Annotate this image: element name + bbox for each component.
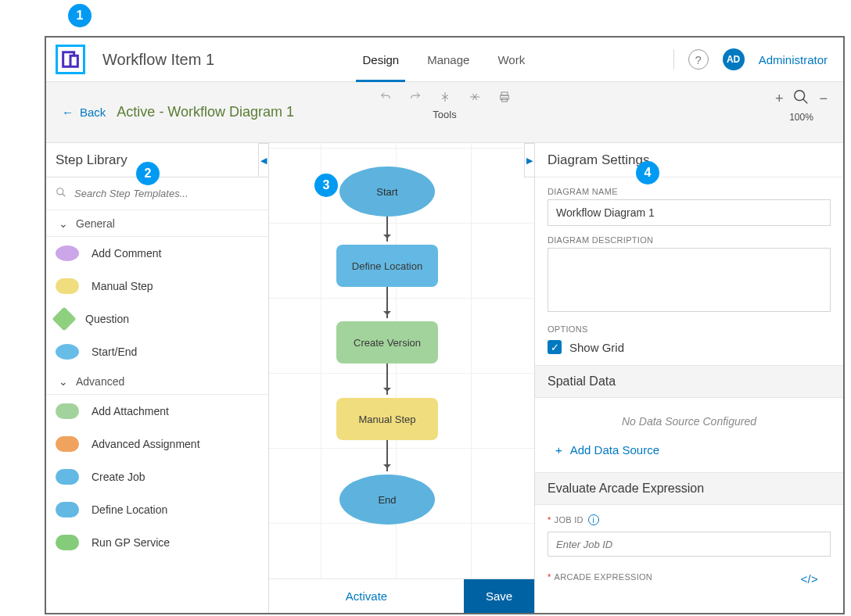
job-id-input[interactable] [548, 532, 831, 557]
info-icon[interactable]: i [588, 514, 599, 525]
plus-icon: + [555, 443, 562, 457]
tools-label: Tools [379, 109, 512, 120]
step-library-panel: Step Library ◀ ⌄ General Add Comment Man… [46, 143, 269, 613]
zoom-out-button[interactable]: − [819, 91, 828, 106]
step-label: Manual Step [92, 280, 153, 292]
label-diagram-name: DIAGRAM NAME [548, 187, 831, 196]
redo-icon[interactable] [408, 90, 422, 104]
node-manual-step[interactable]: Manual Step [336, 398, 438, 440]
step-library-title: Step Library [56, 152, 127, 168]
svg-point-3 [795, 91, 805, 101]
tab-design[interactable]: Design [348, 38, 413, 82]
step-label: Advanced Assignment [92, 438, 200, 450]
step-label: Define Location [92, 503, 167, 516]
arrow [386, 440, 388, 471]
node-end[interactable]: End [339, 475, 435, 525]
step-question[interactable]: Question [46, 303, 268, 335]
show-grid-checkbox[interactable]: ✓ [548, 340, 562, 354]
save-button[interactable]: Save [464, 579, 534, 613]
node-create-version[interactable]: Create Version [336, 321, 438, 364]
rect-icon [56, 278, 79, 294]
category-general[interactable]: ⌄ General [46, 210, 268, 237]
node-define-location[interactable]: Define Location [336, 245, 438, 287]
tab-manage[interactable]: Manage [413, 38, 483, 82]
step-add-attachment[interactable]: Add Attachment [46, 395, 268, 428]
required-icon: * [548, 515, 551, 525]
annotation-1: 1 [68, 4, 92, 27]
node-start[interactable]: Start [339, 167, 435, 217]
svg-rect-0 [501, 92, 508, 95]
arrow [386, 217, 388, 242]
rect-icon [56, 502, 79, 518]
back-button[interactable]: ← Back [62, 106, 106, 119]
rect-icon [56, 469, 79, 485]
zoom-controls: + − 100% [775, 88, 828, 123]
diamond-icon [52, 306, 76, 331]
annotation-4: 4 [636, 161, 659, 184]
diagram-description-input[interactable] [548, 248, 831, 312]
step-advanced-assignment[interactable]: Advanced Assignment [46, 428, 268, 460]
zoom-in-button[interactable]: + [775, 91, 784, 106]
svg-point-4 [57, 188, 63, 194]
diagram-name-input[interactable] [548, 199, 831, 226]
collapse-left-icon[interactable]: ◀ [258, 143, 269, 177]
tab-work[interactable]: Work [483, 38, 539, 82]
label-arcade-expression: *ARCADE EXPRESSION </> [548, 572, 831, 582]
diagram-status-title: Active - Workflow Diagram 1 [117, 104, 294, 120]
ellipse-icon [56, 245, 79, 261]
category-label: General [76, 217, 115, 230]
zoom-value: 100% [775, 112, 828, 123]
rect-icon [56, 535, 79, 550]
tools-group: Tools [379, 90, 512, 120]
label-diagram-description: DIAGRAM DESCRIPTION [548, 235, 831, 245]
search-icon [56, 187, 66, 201]
back-label: Back [80, 106, 106, 119]
category-advanced[interactable]: ⌄ Advanced [46, 368, 268, 395]
canvas-panel: ▶ Start Define Location Create Version M… [269, 143, 534, 613]
undo-icon[interactable] [379, 90, 393, 104]
diagram-canvas[interactable]: ▶ Start Define Location Create Version M… [269, 143, 534, 578]
step-create-job[interactable]: Create Job [46, 460, 268, 493]
rect-icon [56, 403, 79, 419]
search-input[interactable] [74, 188, 259, 199]
print-icon[interactable] [497, 90, 512, 104]
align-vertical-icon[interactable] [468, 90, 482, 104]
page-title: Workflow Item 1 [102, 51, 214, 69]
arcade-expr-text: ARCADE EXPRESSION [555, 572, 653, 582]
section-arcade: Evaluate Arcade Expression [535, 472, 843, 505]
activate-button[interactable]: Activate [269, 579, 464, 613]
step-add-comment[interactable]: Add Comment [46, 237, 268, 270]
arrow [386, 287, 388, 318]
step-start-end[interactable]: Start/End [46, 335, 268, 368]
step-label: Add Attachment [92, 405, 169, 417]
arrow [386, 364, 388, 395]
user-name[interactable]: Administrator [759, 53, 828, 66]
divider [673, 49, 674, 70]
avatar[interactable]: AD [723, 48, 745, 70]
ellipse-icon [56, 344, 79, 360]
section-spatial-data: Spatial Data [535, 365, 843, 398]
annotation-2: 2 [136, 162, 160, 185]
collapse-right-icon[interactable]: ▶ [524, 143, 535, 177]
magnifier-icon[interactable] [792, 88, 810, 109]
label-job-id: *JOB IDi [548, 514, 831, 525]
align-horizontal-icon[interactable] [438, 90, 452, 104]
canvas-footer: Activate Save [269, 578, 534, 613]
no-data-source-text: No Data Source Configured [535, 398, 843, 435]
label-options: OPTIONS [548, 324, 831, 334]
chevron-down-icon: ⌄ [59, 217, 68, 230]
code-icon[interactable]: </> [800, 572, 818, 586]
arrow-left-icon: ← [62, 106, 74, 119]
step-manual-step[interactable]: Manual Step [46, 270, 268, 303]
step-define-location[interactable]: Define Location [46, 493, 268, 526]
help-icon[interactable]: ? [688, 49, 709, 70]
annotation-3: 3 [314, 174, 338, 197]
add-data-source-label: Add Data Source [570, 443, 659, 457]
add-data-source-button[interactable]: + Add Data Source [535, 435, 843, 472]
jobid-text: JOB ID [555, 515, 583, 525]
step-label: Create Job [92, 471, 145, 483]
step-label: Start/End [92, 346, 137, 358]
search-box [46, 177, 268, 210]
app-window: Workflow Item 1 Design Manage Work ? AD … [45, 36, 845, 614]
step-run-gp-service[interactable]: Run GP Service [46, 526, 268, 559]
